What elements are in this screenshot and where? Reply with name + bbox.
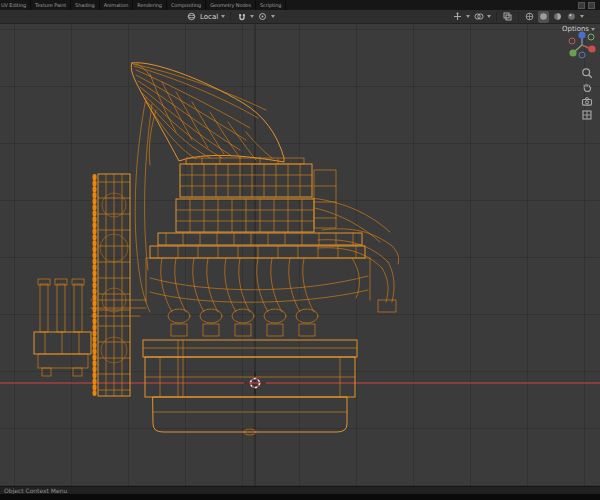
gizmo-x-axis[interactable] [588, 45, 595, 52]
hand-icon[interactable] [580, 80, 594, 94]
scene-icon[interactable] [578, 2, 585, 9]
shading-wireframe-icon[interactable] [524, 11, 535, 23]
navigation-gizmo[interactable] [567, 30, 597, 64]
3d-viewport[interactable] [0, 23, 600, 487]
viewport-header: Local [0, 10, 600, 24]
xray-toggle-icon[interactable] [502, 11, 513, 23]
chevron-down-icon[interactable] [580, 15, 584, 18]
tab-texture-paint[interactable]: Texture Paint [31, 0, 71, 10]
viewport-display-cluster [452, 10, 584, 23]
gizmo-y-axis[interactable] [569, 49, 576, 56]
tab-geometry-nodes[interactable]: Geometry Nodes [206, 0, 256, 10]
view-layer-icon[interactable] [588, 2, 595, 9]
workspace-tabs-bar: UV Editing Texture Paint Shading Animati… [0, 0, 600, 10]
shading-solid-icon[interactable] [538, 11, 549, 23]
proportional-circle-icon[interactable] [257, 11, 268, 23]
tab-animation[interactable]: Animation [100, 0, 134, 10]
tab-shading[interactable]: Shading [71, 0, 100, 10]
tab-rendering[interactable]: Rendering [133, 0, 167, 10]
shading-rendered-icon[interactable] [566, 11, 577, 23]
tab-scripting[interactable]: Scripting [256, 0, 286, 10]
gizmo-z-axis[interactable] [578, 31, 585, 38]
tab-compositing[interactable]: Compositing [167, 0, 206, 10]
magnet-icon[interactable] [236, 11, 247, 23]
transform-snap-cluster: Local [186, 10, 275, 23]
orientation-dropdown[interactable]: Local [200, 13, 218, 21]
status-bar: Object Context Menu [0, 486, 600, 494]
magnifier-icon[interactable] [580, 66, 594, 80]
chevron-down-icon[interactable] [271, 15, 275, 18]
tab-uv-editing[interactable]: UV Editing [0, 0, 31, 10]
topbar-right-icons [578, 0, 600, 10]
chevron-down-icon[interactable] [250, 15, 254, 18]
shading-material-icon[interactable] [552, 11, 563, 23]
orientation-globe-icon[interactable] [186, 11, 197, 23]
ortho-grid-icon[interactable] [580, 108, 594, 122]
blender-window: UV Editing Texture Paint Shading Animati… [0, 0, 600, 500]
chevron-down-icon[interactable] [466, 15, 470, 18]
bottom-editor-strip[interactable] [0, 494, 600, 500]
status-context-text: Object Context Menu [0, 487, 67, 494]
chevron-down-icon[interactable] [221, 15, 225, 18]
overlays-icon[interactable] [473, 11, 484, 23]
camera-icon[interactable] [580, 94, 594, 108]
gizmo-toggle-icon[interactable] [452, 11, 463, 23]
chevron-down-icon[interactable] [487, 15, 491, 18]
